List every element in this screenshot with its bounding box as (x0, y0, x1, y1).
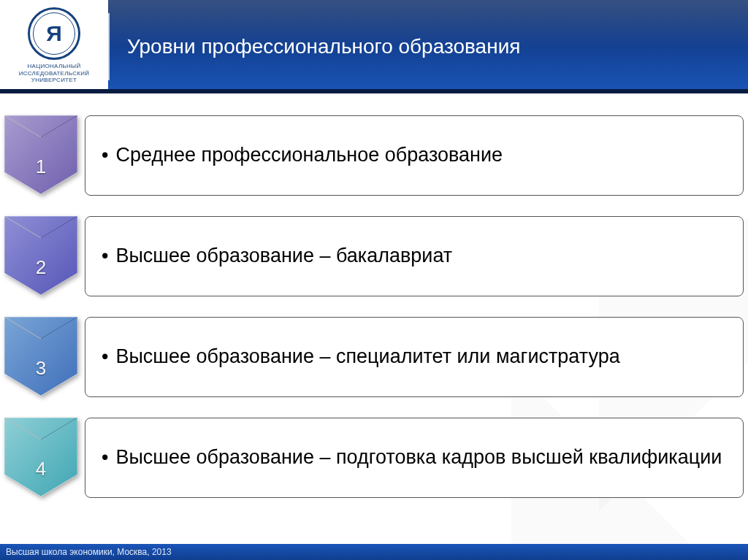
level-description: • Высшее образование – бакалавриат (85, 216, 744, 296)
bullet-icon: • (102, 143, 108, 168)
chevron-icon: 3 (4, 317, 77, 397)
svg-marker-0 (4, 115, 77, 194)
bullet-icon: • (102, 445, 108, 470)
level-row: 4• Высшее образование – подготовка кадро… (4, 418, 744, 498)
logo-subtitle-line2: УНИВЕРСИТЕТ (0, 77, 108, 84)
slide-header: Я НАЦИОНАЛЬНЫЙ ИССЛЕДОВАТЕЛЬСКИЙ УНИВЕРС… (0, 0, 748, 93)
level-description: • Высшее образование – подготовка кадров… (85, 418, 744, 498)
level-row: 2• Высшее образование – бакалавриат (4, 216, 744, 296)
level-row: 3• Высшее образование – специалитет или … (4, 317, 744, 397)
chevron-icon: 1 (4, 115, 77, 196)
level-text: Высшее образование – специалитет или маг… (115, 345, 619, 369)
levels-list: 1• Среднее профессиональное образование … (4, 115, 744, 518)
level-row: 1• Среднее профессиональное образование (4, 115, 744, 196)
header-bottom-bar (0, 89, 748, 93)
slide-title: Уровни профессионального образования (127, 0, 520, 93)
bullet-icon: • (102, 244, 108, 269)
level-number: 1 (4, 156, 77, 178)
level-text: Высшее образование – бакалавриат (115, 244, 452, 269)
level-number: 4 (4, 458, 77, 480)
bullet-icon: • (102, 345, 108, 369)
title-separator (108, 13, 110, 80)
footer-text: Высшая школа экономики, Москва, 2013 (6, 547, 172, 557)
hse-logo-icon: Я (28, 7, 80, 60)
svg-marker-3 (4, 418, 77, 496)
level-number: 3 (4, 357, 77, 380)
svg-marker-2 (4, 317, 77, 396)
logo-subtitle-line1: НАЦИОНАЛЬНЫЙ ИССЛЕДОВАТЕЛЬСКИЙ (0, 63, 108, 77)
level-description: • Высшее образование – специалитет или м… (85, 317, 744, 397)
level-text: Высшее образование – подготовка кадров в… (115, 445, 722, 470)
logo-block: Я НАЦИОНАЛЬНЫЙ ИССЛЕДОВАТЕЛЬСКИЙ УНИВЕРС… (0, 0, 108, 93)
chevron-icon: 4 (4, 418, 77, 498)
slide-footer: Высшая школа экономики, Москва, 2013 (0, 544, 748, 560)
level-description: • Среднее профессиональное образование (85, 115, 744, 196)
level-number: 2 (4, 256, 77, 279)
svg-marker-1 (4, 216, 77, 295)
level-text: Среднее профессиональное образование (115, 143, 503, 168)
chevron-icon: 2 (4, 216, 77, 296)
